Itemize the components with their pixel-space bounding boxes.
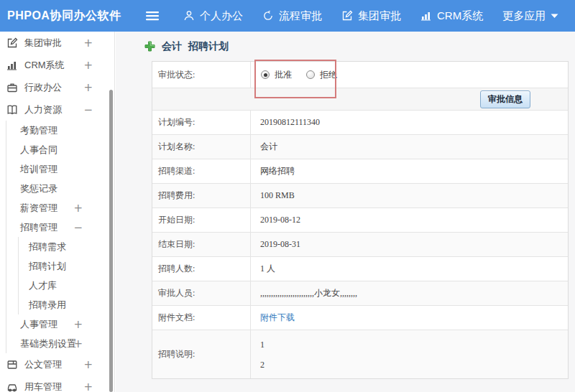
nav-item-label: 更多应用 xyxy=(502,9,546,23)
sidebar: 集团审批+CRM系统+行政办公+人力资源−考勤管理人事合同培训管理奖惩记录薪资管… xyxy=(0,32,115,392)
field-label: 审批状态: xyxy=(152,62,251,88)
field-row: 结束日期:2019-08-31 xyxy=(152,233,568,257)
sidebar-item-17[interactable]: 公文管理+ xyxy=(0,353,114,375)
sidebar-item-14[interactable]: 招聘录用 xyxy=(0,295,114,314)
sidebar-item-3[interactable]: 行政办公+ xyxy=(0,76,114,98)
sidebar-item-label: 奖惩记录 xyxy=(20,182,58,195)
field-label: 审批人员: xyxy=(152,281,251,305)
sidebar-item-label: 招聘管理 xyxy=(20,221,58,234)
field-label: 招聘费用: xyxy=(152,184,251,207)
sidebar-item-label: 人力资源 xyxy=(24,103,62,116)
sidebar-item-label: 集团审批 xyxy=(24,37,62,50)
field-row: 招聘费用:100 RMB xyxy=(152,184,568,208)
field-row: 计划编号:20190812111340 xyxy=(152,111,568,135)
hamburger-icon xyxy=(145,10,160,22)
sidebar-item-11[interactable]: 招聘需求 xyxy=(0,237,114,256)
collapse-minus-icon[interactable]: − xyxy=(83,103,93,116)
field-value: 2019-08-12 xyxy=(251,208,568,232)
sidebar-item-8[interactable]: 奖惩记录 xyxy=(0,179,114,198)
expand-plus-icon[interactable]: + xyxy=(73,202,83,215)
field-label: 招聘渠道: xyxy=(152,159,251,183)
expand-plus-icon[interactable]: + xyxy=(83,59,93,72)
sidebar-item-5[interactable]: 考勤管理 xyxy=(0,121,114,140)
menu-toggle-button[interactable] xyxy=(145,10,160,22)
nav-item-3[interactable]: 集团审批 xyxy=(341,9,401,23)
field-value: 网络招聘 xyxy=(251,159,568,183)
attachment-download-link[interactable]: 附件下载 xyxy=(260,312,295,324)
sidebar-item-15[interactable]: 人事管理+ xyxy=(0,314,114,334)
sidebar-item-10[interactable]: 招聘管理− xyxy=(0,218,114,237)
description-line: 2 xyxy=(260,355,568,375)
field-value: 2019-08-31 xyxy=(251,233,568,256)
process-icon xyxy=(262,10,274,22)
radio-option-1[interactable]: 批准 xyxy=(261,69,292,81)
sidebar-item-label: CRM系统 xyxy=(24,59,65,72)
car-icon xyxy=(6,381,18,392)
field-row: 计划名称:会计 xyxy=(152,135,568,159)
sidebar-item-18[interactable]: 用车管理+ xyxy=(0,375,114,392)
nav-item-2[interactable]: 流程审批 xyxy=(262,9,322,23)
sidebar-item-label: 基础类别设置 xyxy=(20,337,76,350)
sidebar-item-label: 招聘录用 xyxy=(29,299,66,312)
sidebar-item-label: 薪资管理 xyxy=(20,202,58,215)
field-label: 计划编号: xyxy=(152,111,251,134)
expand-plus-icon[interactable]: + xyxy=(83,381,93,392)
sidebar-item-label: 用车管理 xyxy=(24,381,62,392)
sidebar-item-16[interactable]: 基础类别设置+ xyxy=(0,334,114,353)
expand-plus-icon[interactable]: + xyxy=(83,358,93,371)
sidebar-item-6[interactable]: 人事合同 xyxy=(0,140,114,159)
approval-info-button[interactable]: 审批信息 xyxy=(480,90,530,108)
sidebar-item-label: 公文管理 xyxy=(24,358,62,371)
nav-item-1[interactable]: 个人办公 xyxy=(183,9,243,23)
sidebar-item-13[interactable]: 人才库 xyxy=(0,276,114,295)
sidebar-item-2[interactable]: CRM系统+ xyxy=(0,54,114,76)
sidebar-item-label: 人才库 xyxy=(29,279,57,292)
sidebar-item-9[interactable]: 薪资管理+ xyxy=(0,198,114,218)
page-type: 招聘计划 xyxy=(188,40,229,53)
field-value: 附件下载 xyxy=(251,306,568,330)
sidebar-item-label: 招聘需求 xyxy=(29,241,66,253)
expand-plus-icon[interactable]: + xyxy=(83,37,93,50)
field-row: 开始日期:2019-08-12 xyxy=(152,208,568,233)
sidebar-item-12[interactable]: 招聘计划 xyxy=(0,256,114,276)
field-row: 招聘说明:12 xyxy=(152,330,568,378)
nav-item-4[interactable]: CRM系统 xyxy=(420,9,483,23)
field-value-multiline: 12 xyxy=(251,330,568,378)
radio-unselected-icon[interactable] xyxy=(306,70,315,79)
page-header: 会计 招聘计划 xyxy=(116,32,575,61)
radio-option-2[interactable]: 拒绝 xyxy=(306,69,337,81)
field-row: 招聘人数:1 人 xyxy=(152,257,568,281)
nav-item-5[interactable]: 更多应用 xyxy=(502,9,558,23)
field-value: 100 RMB xyxy=(251,184,568,207)
expand-plus-icon[interactable]: + xyxy=(83,81,93,94)
approval-options: 批准拒绝 xyxy=(251,62,568,88)
radio-selected-icon[interactable] xyxy=(261,70,270,79)
field-label: 招聘说明: xyxy=(152,330,251,378)
sidebar-item-7[interactable]: 培训管理 xyxy=(0,159,114,179)
nav-item-label: 集团审批 xyxy=(358,9,401,23)
top-bar: PHPOA协同办公软件 个人办公流程审批集团审批CRM系统更多应用 xyxy=(0,0,575,32)
expand-plus-icon[interactable]: + xyxy=(73,318,83,331)
sidebar-item-label: 招聘计划 xyxy=(29,260,66,273)
collapse-minus-icon[interactable]: − xyxy=(73,221,83,234)
main-content: 会计 招聘计划 审批状态: 批准拒绝 审批信息 计划编号:20190812111… xyxy=(116,32,575,392)
field-label: 招聘人数: xyxy=(152,257,251,281)
top-navigation: 个人办公流程审批集团审批CRM系统更多应用 xyxy=(164,9,558,23)
radio-label: 拒绝 xyxy=(320,69,337,81)
field-value: 会计 xyxy=(251,135,568,159)
field-label: 结束日期: xyxy=(152,233,251,256)
sidebar-item-label: 考勤管理 xyxy=(20,124,58,137)
field-label: 开始日期: xyxy=(152,208,251,232)
sidebar-item-4[interactable]: 人力资源− xyxy=(0,98,114,121)
sidebar-item-label: 人事管理 xyxy=(20,318,58,331)
expand-plus-icon[interactable]: + xyxy=(73,337,83,350)
approval-button-row: 审批信息 xyxy=(152,88,568,111)
sidebar-item-1[interactable]: 集团审批+ xyxy=(0,32,114,54)
chart-icon xyxy=(420,10,432,22)
description-line: 1 xyxy=(260,335,568,355)
sidebar-item-label: 培训管理 xyxy=(20,163,58,176)
field-row: 审批人员:,,,,,,,,,,,,,,,,,,,,,,,,,小龙女,,,,,,,… xyxy=(152,281,568,306)
field-value: ,,,,,,,,,,,,,,,,,,,,,,,,,小龙女,,,,,,,, xyxy=(251,281,568,305)
field-label: 计划名称: xyxy=(152,135,251,159)
user-icon xyxy=(183,10,195,22)
